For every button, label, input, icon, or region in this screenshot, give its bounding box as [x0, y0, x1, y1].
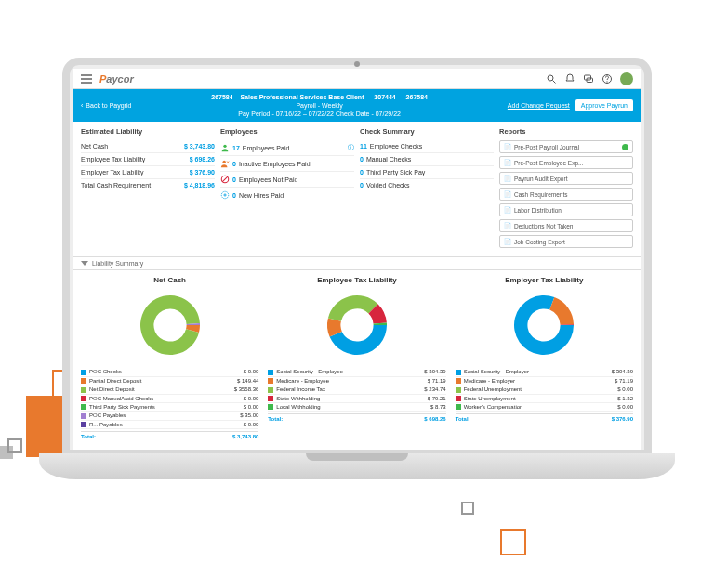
count[interactable]: 17 [232, 145, 240, 151]
legend-row: POC Payables$ 35.00 [81, 412, 258, 420]
menu-icon[interactable] [81, 74, 92, 84]
legend-label: Federal Unemployment [464, 386, 522, 392]
legend-row: Medicare - Employer$ 71.19 [456, 377, 633, 385]
check-row: 11Employee Checks [360, 140, 494, 153]
swatch [81, 370, 86, 375]
legend-value: $ 0.00 [617, 386, 633, 392]
legend-label: Partial Direct Deposit [89, 378, 141, 384]
legend-label: POC Manual/Void Checks [89, 396, 153, 401]
count: 11 [360, 143, 367, 150]
report-label: Pre-Post Payroll Journal [514, 144, 579, 150]
context-bar: ‹ Back to Paygrid 267584 – Sales Profess… [73, 89, 641, 122]
report-button[interactable]: 📄Cash Requirements [499, 188, 633, 201]
svg-point-0 [548, 75, 553, 81]
label: Employee Checks [370, 143, 422, 150]
legend-label: State Withholding [276, 396, 320, 401]
doc-icon: 📄 [504, 206, 511, 214]
label: Manual Checks [366, 156, 411, 163]
legend-row: Social Security - Employee$ 304.39 [268, 368, 445, 376]
label: Voided Checks [366, 182, 410, 189]
add-change-request-link[interactable]: Add Change Request [508, 102, 570, 109]
approve-payrun-button[interactable]: Approve Payrun [575, 99, 633, 111]
legend-value: $ 35.00 [240, 412, 258, 418]
chart-title: Employer Tax Liability [456, 276, 633, 284]
legend-label: POC Payables [89, 412, 126, 418]
legend-row: State Unemployment$ 1.32 [456, 395, 633, 403]
report-label: Deductions Not Taken [514, 223, 573, 229]
legend-row: Partial Direct Deposit$ 149.44 [81, 377, 258, 385]
legend-value: $ 304.39 [612, 369, 633, 374]
report-button[interactable]: 📄Pre-Post Employee Exp... [499, 156, 633, 169]
legend-value: $ 0.00 [244, 369, 259, 374]
chat-icon[interactable] [583, 73, 594, 85]
check-row: 0Manual Checks [360, 153, 494, 166]
swatch [81, 422, 86, 427]
chart-title: Employee Tax Liability [268, 276, 445, 284]
bell-icon[interactable] [564, 73, 575, 85]
info-icon[interactable]: ⓘ [348, 143, 354, 152]
legend-label: R... Payables [89, 422, 123, 427]
legend-row: Net Direct Deposit$ 3558.36 [81, 385, 258, 394]
legend-label: Federal Income Tax [276, 386, 325, 392]
legend-row: Worker's Compensation$ 0.00 [456, 403, 633, 412]
swatch [268, 370, 273, 375]
donut-chart [320, 288, 394, 362]
report-button[interactable]: 📄Job Costing Export [499, 235, 633, 248]
chevron-left-icon: ‹ [81, 102, 83, 109]
legend-value: $ 304.39 [424, 369, 445, 374]
legend-label: Medicare - Employee [276, 378, 329, 384]
check-summary-card: Check Summary 11Employee Checks0Manual C… [360, 127, 494, 251]
card-title: Employees [220, 127, 354, 136]
amount: $ 698.26 [190, 156, 215, 163]
employees-card: Employees 17Employees Paidⓘ0Inactive Emp… [220, 127, 354, 251]
report-button[interactable]: 📄Pre-Post Payroll Journal [499, 140, 633, 153]
back-link[interactable]: ‹ Back to Paygrid [81, 102, 131, 109]
employee-row: 0Inactive Employees Paid [220, 156, 354, 172]
card-title: Reports [499, 127, 633, 136]
legend-row: Social Security - Employer$ 304.39 [456, 368, 633, 376]
doc-icon: 📄 [504, 159, 511, 166]
chevron-down-icon [81, 261, 88, 266]
legend-label: State Unemployment [464, 396, 516, 401]
report-label: Payrun Audit Export [514, 176, 567, 182]
legend: Social Security - Employer$ 304.39Medica… [456, 368, 633, 423]
donut-chart [133, 288, 207, 362]
report-button[interactable]: 📄Deductions Not Taken [499, 219, 633, 232]
legend-label: POC Checks [89, 369, 122, 374]
amount: $ 4,818.96 [184, 182, 215, 189]
swatch [456, 387, 461, 393]
help-icon[interactable] [602, 73, 613, 85]
legend-row: Third Party Sick Payments$ 0.00 [81, 403, 258, 412]
label: Employees Paid [243, 145, 290, 151]
report-label: Job Costing Export [514, 239, 565, 245]
legend-total: Total:$ 698.26 [268, 413, 445, 423]
summary-cards: Estimated Liability Net Cash$ 3,743.80Em… [73, 122, 641, 256]
reports-card: Reports 📄Pre-Post Payroll Journal📄Pre-Po… [499, 127, 633, 251]
legend-label: Medicare - Employer [464, 378, 515, 384]
label: Total Cash Requirement [81, 182, 151, 189]
pay-period: Pay Period - 07/16/22 – 07/22/22 Check D… [131, 110, 507, 118]
label: New Hires Paid [239, 192, 284, 199]
count: 0 [360, 156, 364, 163]
liability-row: Net Cash$ 3,743.80 [81, 140, 215, 153]
legend-label: Worker's Compensation [464, 404, 523, 410]
legend-label: Third Party Sick Payments [89, 404, 155, 410]
liability-row: Total Cash Requirement$ 4,818.96 [81, 179, 215, 191]
liability-summary-header[interactable]: Liability Summary [73, 256, 641, 270]
liability-row: Employer Tax Liability$ 376.90 [81, 166, 215, 179]
charts-row: Net CashPOC Checks$ 0.00Partial Direct D… [73, 270, 641, 446]
legend-label: Social Security - Employer [464, 369, 529, 374]
legend-row: POC Manual/Void Checks$ 0.00 [81, 395, 258, 403]
doc-icon: 📄 [504, 238, 511, 245]
logo-text: aycor [106, 73, 133, 85]
avatar[interactable] [620, 72, 633, 85]
count: 0 [232, 192, 236, 199]
legend-value: $ 234.74 [424, 386, 445, 392]
report-button[interactable]: 📄Payrun Audit Export [499, 172, 633, 185]
doc-icon: 📄 [504, 222, 511, 229]
legend-value: $ 0.00 [244, 422, 259, 427]
swatch [456, 378, 461, 384]
report-button[interactable]: 📄Labor Distribution [499, 203, 633, 216]
section-title: Liability Summary [92, 260, 143, 267]
search-icon[interactable] [546, 73, 557, 85]
